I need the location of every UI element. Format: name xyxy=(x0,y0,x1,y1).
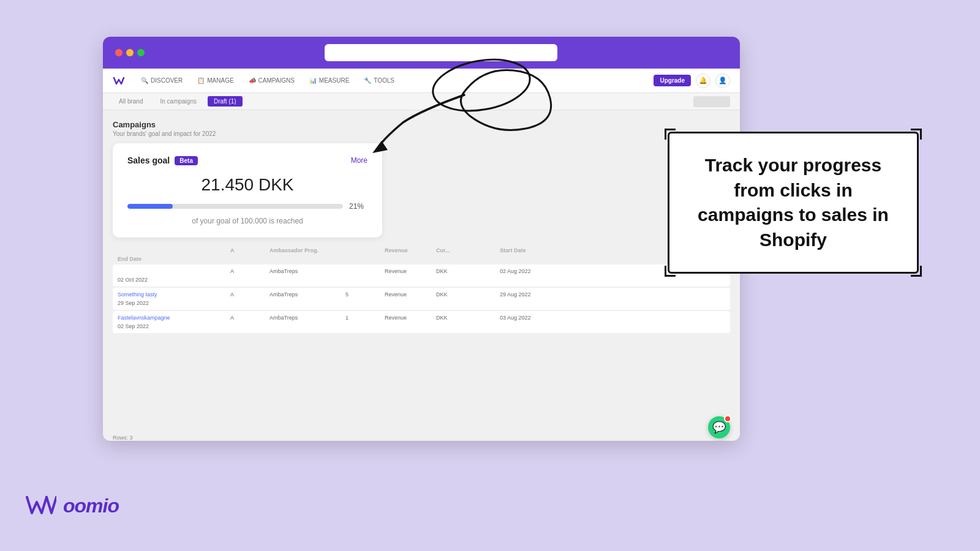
manage-icon: 📋 xyxy=(197,77,205,84)
sales-amount: 21.450 DKK xyxy=(127,175,368,195)
main-content: Campaigns Your brands' goal and impact f… xyxy=(103,110,740,441)
nav-right: Upgrade 🔔 👤 xyxy=(654,73,730,88)
table-row[interactable]: Fastelavnskampagne A AmbaTreps 1 Revenue… xyxy=(113,311,730,333)
progress-percentage: 21% xyxy=(349,202,368,211)
card-title-row: Sales goal Beta xyxy=(127,156,198,165)
close-button[interactable] xyxy=(115,49,123,56)
tools-icon: 🔧 xyxy=(364,77,371,84)
maximize-button[interactable] xyxy=(137,49,145,56)
chat-notification-badge xyxy=(724,415,731,422)
progress-bar-background xyxy=(127,204,343,209)
table-row[interactable]: Something tasty A AmbaTreps 5 Revenue DK… xyxy=(113,288,730,310)
card-title: Sales goal xyxy=(127,156,170,165)
progress-row: 21% xyxy=(127,202,368,211)
sales-goal-card: Sales goal Beta More 21.450 DKK 21% of y… xyxy=(113,143,382,238)
tab-in-campaigns[interactable]: In campaigns xyxy=(154,96,202,107)
nav-item-tools[interactable]: 🔧 TOOLS xyxy=(358,75,401,86)
table-area: A Ambassador Prog. Revenue Cur... Start … xyxy=(113,245,730,333)
browser-chrome xyxy=(103,37,740,69)
nav-logo xyxy=(113,74,125,87)
callout-text: Track your progress from clicks in campa… xyxy=(687,153,900,252)
upgrade-button[interactable]: Upgrade xyxy=(654,75,691,86)
browser-window: 🔍 DISCOVER 📋 MANAGE 📣 CAMPAIGNS 📊 MEASUR… xyxy=(103,37,740,441)
minimize-button[interactable] xyxy=(126,49,134,56)
table-header: A Ambassador Prog. Revenue Cur... Start … xyxy=(113,245,730,264)
corner-tl xyxy=(665,129,676,140)
card-header: Sales goal Beta More xyxy=(127,156,368,165)
tab-all-brand[interactable]: All brand xyxy=(113,96,149,107)
notifications-button[interactable]: 🔔 xyxy=(696,73,710,88)
nav-item-measure-label: MEASURE xyxy=(319,77,349,84)
nav-item-manage[interactable]: 📋 MANAGE xyxy=(191,75,239,86)
app-navbar: 🔍 DISCOVER 📋 MANAGE 📣 CAMPAIGNS 📊 MEASUR… xyxy=(103,69,740,93)
beta-badge: Beta xyxy=(175,156,198,165)
nav-item-discover-label: DISCOVER xyxy=(151,77,183,84)
nav-item-measure[interactable]: 📊 MEASURE xyxy=(303,75,355,86)
nav-item-tools-label: TOOLS xyxy=(374,77,394,84)
corner-br xyxy=(911,266,922,277)
address-bar[interactable] xyxy=(325,44,557,61)
nav-item-discover[interactable]: 🔍 DISCOVER xyxy=(135,75,189,86)
progress-bar-fill xyxy=(127,204,173,209)
more-link[interactable]: More xyxy=(351,156,368,165)
measure-icon: 📊 xyxy=(309,77,317,84)
pagination: Rows: 3 xyxy=(113,435,133,441)
tab-draft[interactable]: Draft (1) xyxy=(208,96,243,107)
page-subtitle: Your brands' goal and impact for 2022 xyxy=(113,130,730,137)
chat-button[interactable]: 💬 xyxy=(708,416,730,438)
woomio-logo: oomio xyxy=(24,492,119,519)
traffic-lights xyxy=(115,49,145,56)
discover-icon: 🔍 xyxy=(141,77,148,84)
filter-button[interactable] xyxy=(693,96,730,107)
page-title: Campaigns xyxy=(113,120,730,129)
nav-item-campaigns[interactable]: 📣 CAMPAIGNS xyxy=(243,75,301,86)
woomio-text: oomio xyxy=(63,495,119,517)
nav-item-manage-label: MANAGE xyxy=(207,77,233,84)
table-row[interactable]: A AmbaTreps Revenue DKK 02 Aug 2022 02 O… xyxy=(113,264,730,287)
user-menu-button[interactable]: 👤 xyxy=(715,73,730,88)
goal-text: of your goal of 100.000 is reached xyxy=(127,217,368,225)
corner-tr xyxy=(911,129,922,140)
subheader: All brand In campaigns Draft (1) xyxy=(103,93,740,110)
callout-box: Track your progress from clicks in campa… xyxy=(668,132,919,274)
nav-items: 🔍 DISCOVER 📋 MANAGE 📣 CAMPAIGNS 📊 MEASUR… xyxy=(135,75,654,86)
nav-item-campaigns-label: CAMPAIGNS xyxy=(258,77,295,84)
corner-bl xyxy=(665,266,676,277)
campaigns-icon: 📣 xyxy=(249,77,256,84)
